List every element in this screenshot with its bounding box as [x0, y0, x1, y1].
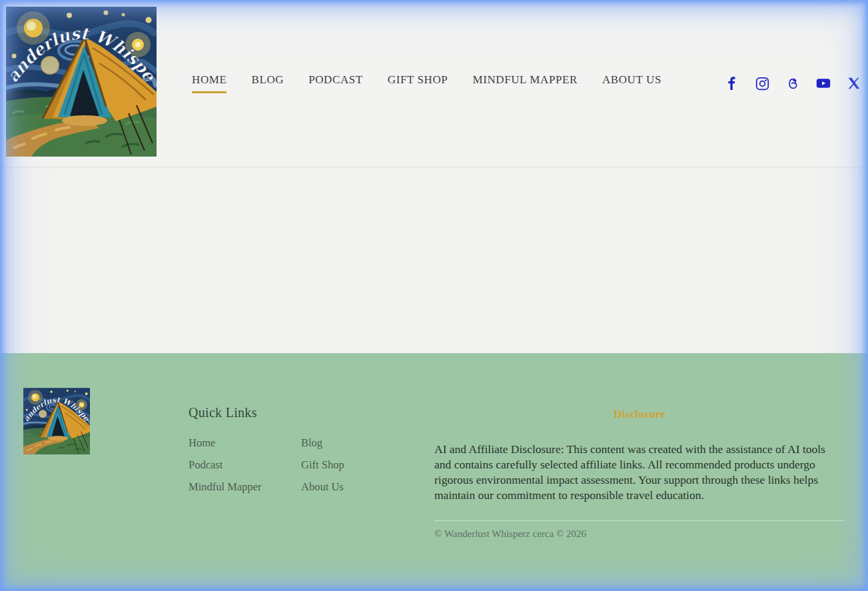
- nav-podcast[interactable]: PODCAST: [308, 74, 363, 93]
- footer-link-about-us[interactable]: About Us: [301, 480, 344, 493]
- page: HOME BLOG PODCAST GIFT SHOP MINDFUL MAPP…: [0, 0, 868, 591]
- list-item: About Us: [301, 480, 344, 502]
- nav-blog[interactable]: BLOG: [251, 74, 284, 93]
- footer-logo-image: [23, 388, 90, 454]
- footer-links-column-1: Home Podcast Mindful Mapper: [189, 436, 262, 502]
- youtube-icon: [816, 77, 831, 90]
- list-item: Blog: [301, 436, 344, 458]
- list-item: Home: [189, 436, 262, 458]
- list-item: Gift Shop: [301, 458, 344, 480]
- footer-link-blog[interactable]: Blog: [301, 436, 322, 449]
- quick-links-title: Quick Links: [189, 405, 257, 420]
- instagram-link[interactable]: [755, 76, 769, 91]
- list-item: Podcast: [189, 458, 262, 480]
- main-nav: HOME BLOG PODCAST GIFT SHOP MINDFUL MAPP…: [192, 0, 661, 167]
- facebook-icon: [725, 77, 738, 90]
- x-link[interactable]: [847, 76, 861, 91]
- footer-link-mindful-mapper[interactable]: Mindful Mapper: [189, 480, 262, 493]
- social-links: [724, 0, 861, 167]
- nav-mindful-mapper[interactable]: MINDFUL MAPPER: [472, 74, 578, 93]
- site-footer: Quick Links Home Podcast Mindful Mapper …: [0, 353, 868, 591]
- threads-icon: [786, 77, 800, 91]
- footer-link-podcast[interactable]: Podcast: [189, 458, 222, 471]
- footer-links-column-2: Blog Gift Shop About Us: [301, 436, 344, 502]
- footer-link-home[interactable]: Home: [189, 436, 215, 449]
- copyright-text: © Wanderlust Whisperz cerca © 2026: [434, 528, 845, 540]
- main-content: [0, 167, 868, 353]
- disclosure-title: Disclosure: [434, 408, 845, 421]
- list-item: Mindful Mapper: [189, 480, 262, 502]
- instagram-icon: [755, 77, 769, 91]
- site-header: HOME BLOG PODCAST GIFT SHOP MINDFUL MAPP…: [0, 0, 868, 167]
- threads-link[interactable]: [785, 76, 800, 91]
- nav-home[interactable]: HOME: [192, 74, 226, 93]
- logo-image: [6, 7, 157, 157]
- nav-gift-shop[interactable]: GIFT SHOP: [388, 74, 448, 93]
- youtube-link[interactable]: [816, 76, 831, 91]
- facebook-link[interactable]: [724, 76, 739, 91]
- footer-logo[interactable]: [23, 388, 90, 454]
- site-logo[interactable]: [6, 7, 157, 157]
- disclosure-text: AI and Affiliate Disclosure: This conten…: [434, 442, 845, 503]
- disclosure-section: Disclosure AI and Affiliate Disclosure: …: [434, 408, 845, 540]
- footer-divider: [434, 520, 845, 521]
- x-icon: [847, 77, 861, 90]
- nav-about-us[interactable]: ABOUT US: [602, 74, 661, 93]
- footer-link-gift-shop[interactable]: Gift Shop: [301, 458, 344, 471]
